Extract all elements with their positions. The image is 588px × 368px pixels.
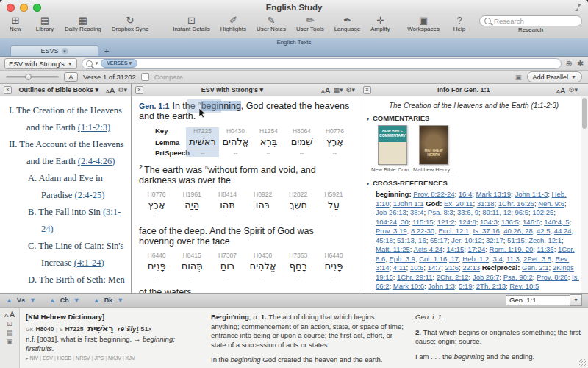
toolbar-button-dropbox-sync[interactable]: ↻Dropbox Sync — [112, 15, 148, 32]
crossref-link[interactable]: 136:5 — [501, 218, 519, 226]
crossref-link[interactable]: 14:15 — [446, 245, 464, 253]
crossref-link[interactable]: Ex. 20:11 — [444, 199, 473, 208]
crossref-link[interactable]: 102:25 — [532, 208, 553, 216]
toolbar-button-daily-reading[interactable]: ▦Daily Reading — [65, 15, 101, 32]
toolbar-button-highlights[interactable]: ✐Highlights — [220, 15, 246, 32]
commentary-book[interactable]: MATTHEWHENRY Matthew Henry... — [417, 125, 451, 173]
crossref-link[interactable]: 14:7 — [428, 263, 442, 272]
verse-nav-down-ch[interactable]: ▼ — [74, 297, 80, 304]
crossref-link[interactable]: 1Chr. 16:26 — [498, 199, 534, 208]
crossref-link[interactable]: John 1:3 — [428, 282, 454, 290]
crossref-link[interactable]: 96:5 — [514, 208, 528, 216]
crossref-link[interactable]: 21:6 — [445, 263, 459, 272]
version-abbrev[interactable]: ESV — [43, 355, 53, 361]
outline-verse-link[interactable]: (2:4-4:26) — [78, 156, 115, 166]
crossref-link[interactable]: 8:22-30 — [411, 227, 434, 235]
outline-verse-link[interactable]: (4:1-24) — [74, 258, 104, 268]
strongs-key[interactable]: H8064 — [285, 127, 318, 135]
pages-icon[interactable]: ▣ — [7, 339, 13, 345]
crossref-link[interactable]: 44:24 — [554, 227, 572, 235]
crossref-link[interactable]: Rev. 10:5 — [509, 282, 539, 290]
commentaries-section-header[interactable]: ▼COMMENTARIES — [365, 114, 582, 122]
verse-nav-down-vs[interactable]: ▼ — [29, 297, 36, 304]
crossref-link[interactable]: Zech. 12:1 — [528, 236, 562, 244]
outline-verse-link[interactable]: (2:4-25) — [74, 190, 104, 200]
crossref-link[interactable]: Prov. 3:19 — [376, 227, 407, 235]
verses-token[interactable]: VERSES▾ — [101, 59, 137, 68]
strongs-key[interactable]: H0922 — [245, 191, 281, 198]
resize-handle[interactable] — [579, 359, 587, 367]
strongs-key[interactable]: H1961 — [174, 191, 209, 198]
tab-menu-icon[interactable]: ▾ — [62, 48, 68, 54]
toolbar-button-library[interactable]: ▤Library — [35, 15, 54, 32]
strongs-key[interactable]: H0776 — [318, 127, 351, 135]
crossref-link[interactable]: 89:11, 12 — [482, 208, 511, 216]
strongs-key[interactable]: H8415 — [174, 252, 209, 259]
font-size-badge[interactable]: A — [64, 72, 78, 82]
verse-slider[interactable] — [6, 76, 59, 78]
crossref-link[interactable]: 4:11 — [393, 263, 406, 272]
crossref-link[interactable]: Job 26:13 — [376, 208, 406, 216]
font-size-buttons[interactable]: A A — [4, 311, 15, 319]
outline-panel-title[interactable]: Outlines of Bible Books ▾ — [15, 86, 103, 93]
toolbar-button-workspaces[interactable]: ▣Workspaces — [407, 15, 440, 32]
gear-icon[interactable]: ⚙▾ — [568, 86, 578, 93]
crossref-link[interactable]: 124:8 — [459, 218, 476, 226]
crossref-link[interactable]: Col. 1:16, 17 — [419, 255, 459, 263]
crossref-link[interactable]: 2Chr. 2:12 — [437, 273, 469, 281]
outline-verse-link[interactable]: (1:1-2:3) — [78, 122, 110, 132]
research-search-input[interactable]: Research — [479, 15, 582, 26]
book-cover-new-bible-commentary[interactable]: NEW BIBLECOMMENTARY — [378, 125, 407, 165]
crossref-link[interactable]: 104:24, 30 — [376, 218, 409, 226]
crossref-link[interactable]: John 1:1-3 — [514, 190, 548, 198]
crossref-link[interactable]: 11:36 — [537, 245, 554, 253]
toolbar-button-user-tools[interactable]: ✏User Tools — [296, 15, 324, 32]
crossref-link[interactable]: 2Th. 2:13 — [476, 282, 506, 290]
slider-thumb[interactable] — [25, 74, 32, 80]
version-abbrev[interactable]: HCSB — [57, 355, 71, 361]
close-pane-icon[interactable]: ✕ — [363, 86, 371, 94]
close-pane-icon[interactable]: ✕ — [4, 86, 12, 94]
strongs-key[interactable]: H7363 — [281, 252, 316, 259]
crossref-link[interactable]: 22:13 — [462, 263, 480, 272]
new-tab-button[interactable]: + — [104, 46, 109, 56]
crossref-link[interactable]: 11:3 — [506, 255, 520, 263]
crossref-link[interactable]: 42:5 — [537, 227, 551, 235]
goto-verse-dropdown-button[interactable]: ▼ — [570, 294, 582, 306]
crossref-link[interactable]: Prov. 8:22-24 — [413, 190, 454, 198]
crossref-link[interactable]: Mark 10:6 — [393, 282, 424, 290]
crossref-link[interactable]: 10:6 — [410, 263, 424, 272]
crossref-link[interactable]: 3:4 — [493, 255, 503, 263]
crossref-link[interactable]: Prov. 8:26 — [537, 273, 568, 281]
crossref-link[interactable]: 1Chr. 29:11 — [397, 273, 432, 281]
toolbar-button-language[interactable]: ✒Language — [334, 15, 361, 32]
crossref-link[interactable]: Psa. 8:3 — [428, 208, 453, 216]
crossref-link[interactable]: 38:4 — [410, 208, 424, 216]
verse-ref[interactable]: Gen. 1:1 — [139, 102, 169, 110]
crossref-link[interactable]: Job 26:7 — [473, 273, 499, 281]
crossref-link[interactable]: 51:15 — [507, 236, 525, 244]
crossref-link[interactable]: 2Pet. 3:5 — [523, 255, 551, 263]
verse-nav-up-vs[interactable]: ▲ — [6, 297, 12, 304]
version-abbrev[interactable]: NKJV — [108, 355, 121, 361]
crossref-link[interactable]: Heb. 1:2 — [462, 255, 489, 263]
strongs-key[interactable]: H0776 — [139, 191, 174, 198]
crossref-link[interactable]: 65:17 — [430, 236, 448, 244]
crossref-link[interactable]: 33:6, 9 — [457, 208, 478, 216]
strongs-key[interactable]: H6440 — [139, 252, 174, 259]
text-selector-dropdown[interactable]: ESV with Strong's ▼ — [4, 58, 77, 69]
strongs-key[interactable]: H6440 — [316, 252, 351, 259]
strongs-key[interactable]: H7225 — [186, 127, 219, 135]
parallel-panes-icon[interactable]: ▣ — [515, 74, 522, 81]
reader-panel-title[interactable]: ESV with Strong's ▾ — [146, 86, 318, 93]
search-scope-caret-icon[interactable]: ▾ — [96, 60, 98, 66]
close-pane-icon[interactable]: ✕ — [135, 86, 143, 94]
crossref-link[interactable]: Eccl. 12:1 — [438, 227, 469, 235]
crossref-link[interactable]: 16:4 — [459, 190, 473, 198]
crossref-link[interactable]: Jer. 10:12 — [451, 236, 482, 244]
font-size-buttons[interactable]: AA — [106, 84, 115, 96]
version-abbrev[interactable]: JPS — [94, 355, 104, 361]
crossref-link[interactable]: Neh. 9:6 — [538, 199, 564, 208]
strongs-key[interactable]: H1254 — [252, 127, 285, 135]
scrollbar[interactable] — [581, 96, 588, 293]
